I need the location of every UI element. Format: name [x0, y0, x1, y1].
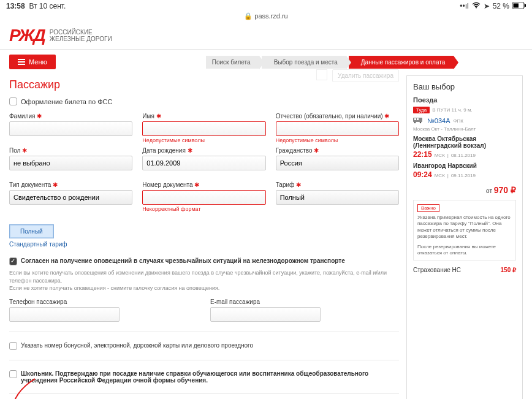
- train-icon: [413, 116, 424, 125]
- patronymic-input[interactable]: [276, 121, 399, 136]
- citizenship-label: Гражданство ✱: [276, 147, 399, 154]
- docnum-error: Некорректный формат: [142, 206, 265, 213]
- fss-label: Оформление билета по ФСС: [21, 98, 112, 105]
- arrival-time: 09:24: [413, 170, 432, 179]
- annotation-arrow-icon: [4, 376, 41, 399]
- patronymic-label: Отчество (обязательно, при наличии) ✱: [276, 113, 399, 120]
- sidebar-title: Ваш выбор: [413, 82, 516, 91]
- tariff-label: Тариф ✱: [276, 181, 399, 188]
- location-icon: ➤: [484, 2, 490, 10]
- insurance-price: 150 ₽: [501, 267, 516, 273]
- departure-time: 22:15: [413, 150, 432, 159]
- route-text: Москва Окт - Таллинн-Балт: [413, 126, 516, 132]
- sex-select[interactable]: не выбрано: [9, 156, 132, 170]
- svg-rect-5: [414, 118, 416, 120]
- consent-label: Согласен на получение оповещений в случа…: [21, 257, 345, 264]
- reserve-text: После резервирования вы можете отказатьс…: [417, 244, 512, 257]
- doctype-select[interactable]: Свидетельство о рождении: [9, 190, 132, 205]
- firstname-input[interactable]: [142, 121, 265, 136]
- travel-time: В ПУТИ 11 ч. 9 м.: [432, 107, 472, 113]
- summary-sidebar: Ваш выбор Поезда ТудаВ ПУТИ 11 ч. 9 м. №…: [406, 75, 523, 399]
- logo-text: Российские железные дороги: [50, 29, 112, 42]
- remove-passenger-icon[interactable]: [316, 69, 327, 80]
- logo[interactable]: РЖД Российские железные дороги: [9, 26, 112, 45]
- device-statusbar: 13:58 Вт 10 сент. ••ıl ➤ 52 %: [0, 0, 532, 12]
- insurance-label: Страхование НС: [413, 267, 461, 273]
- warning-text: Указана примерная стоимость на одного па…: [417, 215, 512, 240]
- arrival-station: Ивангород Нарвский: [413, 162, 516, 169]
- warning-badge: Важно: [417, 204, 439, 212]
- consent-checkbox[interactable]: [9, 257, 17, 265]
- patronymic-error: Недопустимые символы: [276, 137, 399, 145]
- status-date: Вт 10 сент.: [29, 2, 66, 10]
- fss-checkbox[interactable]: [9, 97, 17, 105]
- phone-label: Телефон пассажира: [9, 298, 198, 305]
- price-value: 970 ₽: [494, 185, 516, 195]
- sidebar-sub: Поезда: [413, 96, 516, 104]
- firstname-label: Имя ✱: [142, 113, 265, 120]
- lastname-label: Фамилия ✱: [9, 113, 132, 120]
- svg-rect-2: [514, 4, 519, 8]
- email-input[interactable]: [210, 307, 321, 322]
- train-number-link[interactable]: №034А: [427, 117, 450, 124]
- svg-point-7: [414, 122, 416, 124]
- warning-box: Важно Указана примерная стоимость на одн…: [413, 200, 516, 260]
- battery-icon: [512, 2, 526, 10]
- tab-full-tariff[interactable]: Полный: [10, 225, 53, 238]
- departure-station: Москва Октябрьская (Ленинградский вокзал…: [413, 135, 516, 149]
- docnum-label: Номер документа ✱: [142, 181, 265, 188]
- bonus-label: Указать номер бонусной, электронной, дор…: [21, 342, 253, 349]
- firstname-error: Недопустимые символы: [142, 137, 265, 145]
- remove-passenger-button[interactable]: Удалить пассажира: [332, 69, 399, 82]
- docnum-input[interactable]: [142, 190, 265, 205]
- dob-label: Дата рождения ✱: [142, 147, 265, 154]
- direction-badge: Туда: [413, 107, 430, 113]
- svg-point-0: [476, 7, 477, 9]
- site-header: РЖД Российские железные дороги: [0, 22, 532, 50]
- citizenship-select[interactable]: Россия: [276, 156, 399, 170]
- page-title: Пассажир: [9, 78, 60, 91]
- logo-mark: РЖД: [9, 26, 45, 45]
- dob-input[interactable]: [142, 156, 265, 170]
- progress-steps: Поиск билета Выбор поезда и места Данные…: [206, 56, 457, 69]
- email-label: E-mail пассажира: [210, 298, 399, 305]
- svg-point-8: [420, 122, 422, 124]
- doctype-label: Тип документа ✱: [9, 181, 132, 188]
- arrival-date: 09.11.2019: [451, 173, 476, 178]
- wifi-icon: [472, 2, 481, 10]
- battery-pct: 52 %: [493, 2, 509, 10]
- step-train[interactable]: Выбор поезда и места: [262, 56, 346, 69]
- phone-input[interactable]: [9, 307, 120, 322]
- hamburger-icon: [18, 59, 25, 65]
- step-search[interactable]: Поиск билета: [206, 56, 259, 69]
- tariff-tabs: Полный: [9, 224, 54, 238]
- menu-button[interactable]: Меню: [9, 55, 56, 69]
- lastname-input[interactable]: [9, 121, 132, 136]
- sex-label: Пол ✱: [9, 147, 132, 154]
- svg-rect-6: [417, 118, 419, 120]
- train-company: ФПК: [454, 118, 464, 124]
- departure-date: 08.11.2019: [451, 153, 476, 158]
- bonus-checkbox[interactable]: [9, 342, 17, 350]
- tariff-select[interactable]: Полный: [276, 190, 399, 205]
- step-passengers: Данные пассажиров и оплата: [349, 56, 454, 69]
- school-label: Школьник. Подтверждаю при посадке наличи…: [21, 370, 399, 384]
- signal-icon: ••ıl: [460, 2, 468, 10]
- url-bar[interactable]: 🔒 pass.rzd.ru: [0, 12, 532, 22]
- status-time: 13:58: [6, 2, 25, 10]
- standard-tariff-link[interactable]: Стандартный тариф: [9, 241, 399, 248]
- consent-note: Если вы хотите получать оповещения об из…: [9, 269, 399, 292]
- svg-rect-3: [525, 4, 526, 7]
